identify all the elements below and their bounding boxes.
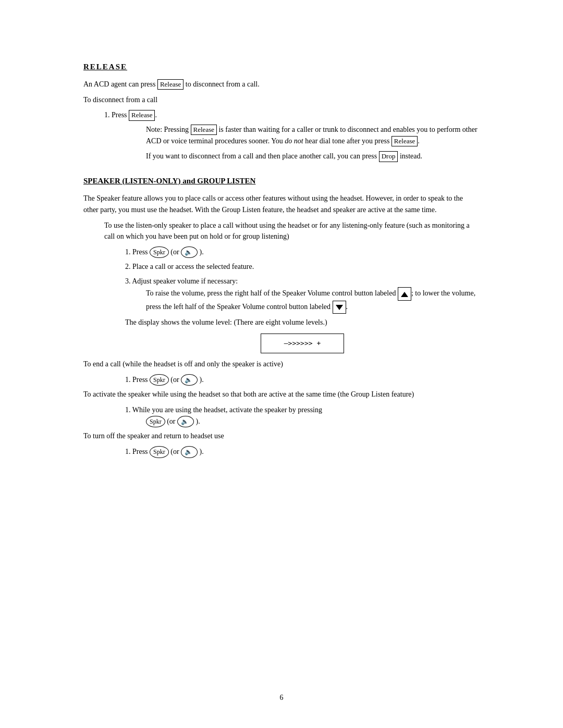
release-step1: 1. Press Release. Note: Pressing Release… [104, 109, 480, 162]
spkr-icon-3: 🔈 [177, 416, 194, 428]
release-key-1: Release [157, 79, 183, 90]
page: RELEASE An ACD agent can press Release t… [0, 0, 563, 728]
release-section: RELEASE An ACD agent can press Release t… [83, 63, 480, 162]
page-number: 6 [280, 694, 284, 702]
speaker-steps: 1. Press Spkr (or 🔈 ). 2. Place a call o… [125, 246, 480, 353]
activate-intro: To activate the speaker while using the … [83, 389, 480, 400]
turnoff-step: 1. Press Spkr (or 🔈 ). [125, 446, 480, 458]
release-note: Note: Pressing Release is faster than wa… [146, 124, 480, 162]
release-note-line1: Note: Pressing Release is faster than wa… [146, 124, 480, 146]
spkr-icon-2: 🔈 [181, 374, 198, 386]
release-key-3: Release [191, 125, 217, 135]
speaker-step1: 1. Press Spkr (or 🔈 ). [125, 246, 480, 258]
triangle-up-icon [401, 292, 408, 297]
spkr-btn-2: Spkr [150, 374, 169, 386]
release-intro: An ACD agent can press Release to discon… [83, 79, 480, 90]
release-intro-text2: to disconnect from a call. [186, 80, 260, 88]
spkr-icon-4: 🔈 [181, 446, 198, 458]
turnoff-intro: To turn off the speaker and return to he… [83, 430, 480, 442]
release-steps-intro: To disconnect from a call [83, 94, 480, 106]
release-intro-text1: An ACD agent can press [83, 80, 155, 88]
speaker-section: SPEAKER (LISTEN-ONLY) and GROUP LISTEN T… [83, 177, 480, 458]
do-not-text: do not [285, 137, 303, 145]
release-step1-item: 1. Press Release. [104, 109, 480, 121]
activate-spkr-line: Spkr (or 🔈 ). [146, 416, 480, 428]
spkr-btn-4: Spkr [150, 446, 169, 458]
release-title: RELEASE [83, 63, 480, 71]
vol-down-btn [333, 301, 346, 314]
turnoff-step1: 1. Press Spkr (or 🔈 ). [125, 446, 480, 458]
end-call-step: 1. Press Spkr (or 🔈 ). [125, 374, 480, 386]
activate-step1: 1. While you are using the headset, acti… [125, 404, 480, 427]
spkr-btn-1: Spkr [150, 246, 169, 258]
vol-up-btn [398, 287, 411, 301]
speaker-step3: 3. Adjust speaker volume if necessary: T… [125, 276, 480, 353]
triangle-down-icon [336, 305, 343, 310]
release-note-line2: If you want to disconnect from a call an… [146, 151, 480, 162]
speaker-step2: 2. Place a call or access the selected f… [125, 261, 480, 273]
note-label: Note: [146, 126, 162, 133]
spkr-icon-1: 🔈 [181, 246, 198, 258]
release-key-2: Release [129, 110, 155, 120]
speaker-title: SPEAKER (LISTEN-ONLY) and GROUP LISTEN [83, 177, 480, 186]
end-call-intro: To end a call (while the headset is off … [83, 359, 480, 370]
speaker-para2: To use the listen-only speaker to place … [104, 220, 480, 242]
speaker-para1: The Speaker feature allows you to place … [83, 193, 480, 215]
vol-display-box: –>>>>>> + [261, 334, 344, 353]
release-key-4: Release [391, 136, 418, 146]
vol-display-text: The display shows the volume level: (The… [125, 317, 480, 328]
activate-step: 1. While you are using the headset, acti… [125, 404, 480, 427]
drop-key: Drop [379, 151, 398, 162]
spkr-btn-3: Spkr [146, 416, 165, 428]
end-call-step1: 1. Press Spkr (or 🔈 ). [125, 374, 480, 386]
speaker-vol-detail: To raise the volume, press the right hal… [146, 287, 480, 314]
